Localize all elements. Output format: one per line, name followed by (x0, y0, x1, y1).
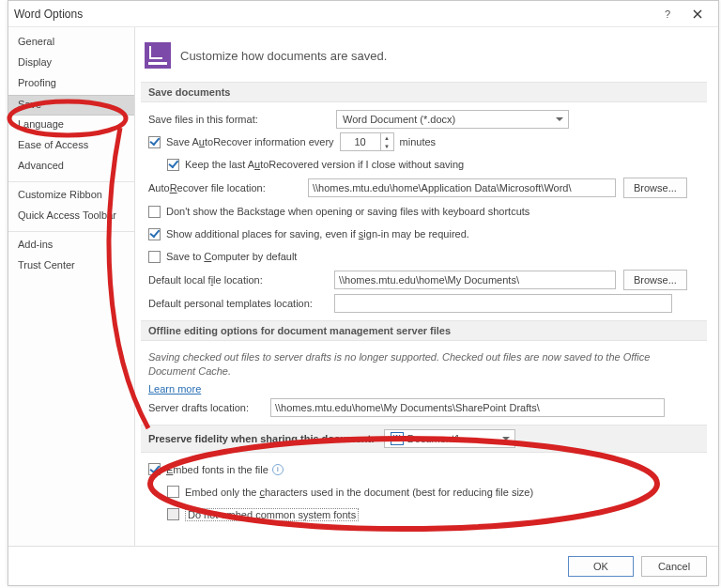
keep-last-label: Keep the last AutoRecovered version if I… (185, 159, 464, 170)
section-save-documents: Save documents (141, 82, 707, 102)
sidebar-item-language[interactable]: Language (8, 116, 134, 136)
sidebar-item-advanced[interactable]: Advanced (8, 157, 134, 178)
autorecover-checkbox[interactable] (148, 136, 161, 148)
learn-more-link[interactable]: Learn more (141, 383, 208, 395)
sidebar-item-add-ins[interactable]: Add-ins (8, 236, 134, 256)
word-options-dialog: Word Options ? General Display Proofing … (8, 0, 719, 586)
default-templates-location-input[interactable] (334, 294, 672, 313)
default-templates-location-label: Default personal templates location: (148, 298, 334, 309)
autorecover-location-input[interactable] (308, 178, 616, 197)
dont-show-backstage-label: Don't show the Backstage when opening or… (166, 206, 529, 217)
sidebar-item-ease-of-access[interactable]: Ease of Access (8, 136, 134, 157)
default-local-location-label: Default local file location: (148, 274, 334, 286)
embed-fonts-label: Embed fonts in the file (166, 464, 268, 475)
info-icon[interactable]: i (272, 464, 284, 475)
close-button[interactable] (683, 4, 713, 24)
sidebar-separator (8, 231, 134, 232)
embed-only-characters-label: Embed only the characters used in the do… (185, 487, 533, 498)
dialog-footer: OK Cancel (8, 546, 718, 585)
sidebar-item-display[interactable]: Display (8, 54, 134, 74)
save-to-computer-checkbox[interactable] (148, 251, 161, 263)
save-format-label: Save files in this format: (148, 114, 336, 125)
spinner-down-icon[interactable]: ▼ (381, 142, 393, 150)
preserve-document-dropdown[interactable]: Document1 (384, 429, 515, 448)
autorecover-minutes-spinner[interactable]: ▲▼ (340, 132, 394, 151)
embed-fonts-checkbox[interactable] (148, 463, 161, 475)
section-offline-editing: Offline editing options for document man… (141, 320, 707, 341)
default-local-browse-button[interactable]: Browse... (623, 270, 687, 290)
show-additional-places-checkbox[interactable] (148, 228, 161, 240)
do-not-embed-common-label: Do not embed common system fonts (185, 508, 359, 521)
autorecover-label-pre: Save AutoRecover information every (166, 136, 334, 147)
word-document-icon (391, 432, 404, 445)
autorecover-location-label: AutoRecover file location: (148, 182, 308, 193)
sidebar-item-general[interactable]: General (8, 33, 134, 54)
autorecover-minutes-input[interactable] (340, 132, 381, 151)
ok-button[interactable]: OK (568, 556, 634, 577)
sidebar-item-customize-ribbon[interactable]: Customize Ribbon (8, 186, 134, 207)
save-format-dropdown[interactable]: Word Document (*.docx) (336, 110, 569, 129)
page-description: Customize how documents are saved. (180, 49, 387, 63)
show-additional-places-label: Show additional places for saving, even … (166, 228, 469, 240)
do-not-embed-common-checkbox[interactable] (167, 508, 179, 520)
autorecover-label-post: minutes (400, 136, 437, 147)
titlebar: Word Options ? (8, 1, 718, 27)
keep-last-checkbox[interactable] (167, 159, 179, 171)
section-preserve-fidelity: Preserve fidelity when sharing this docu… (141, 425, 707, 453)
default-local-location-input[interactable] (334, 271, 616, 289)
sidebar-separator (8, 181, 134, 182)
save-to-computer-label: Save to Computer by default (166, 251, 297, 262)
content-panel: Customize how documents are saved. Save … (135, 27, 718, 546)
sidebar-item-trust-center[interactable]: Trust Center (8, 256, 134, 277)
window-title: Word Options (14, 8, 652, 21)
autorecover-browse-button[interactable]: Browse... (623, 178, 687, 198)
cancel-button[interactable]: Cancel (641, 556, 707, 577)
help-button[interactable]: ? (652, 4, 683, 24)
embed-only-characters-checkbox[interactable] (167, 486, 179, 498)
spinner-up-icon[interactable]: ▲ (381, 133, 393, 142)
offline-info-text: Saving checked out files to server draft… (141, 348, 707, 381)
save-icon (145, 42, 171, 69)
server-drafts-label: Server drafts location: (148, 402, 270, 413)
dont-show-backstage-checkbox[interactable] (148, 206, 161, 218)
sidebar: General Display Proofing Save Language E… (8, 27, 135, 546)
sidebar-item-save[interactable]: Save (8, 95, 134, 116)
sidebar-item-proofing[interactable]: Proofing (8, 74, 134, 95)
sidebar-item-quick-access-toolbar[interactable]: Quick Access Toolbar (8, 207, 134, 227)
server-drafts-input[interactable] (270, 398, 665, 417)
